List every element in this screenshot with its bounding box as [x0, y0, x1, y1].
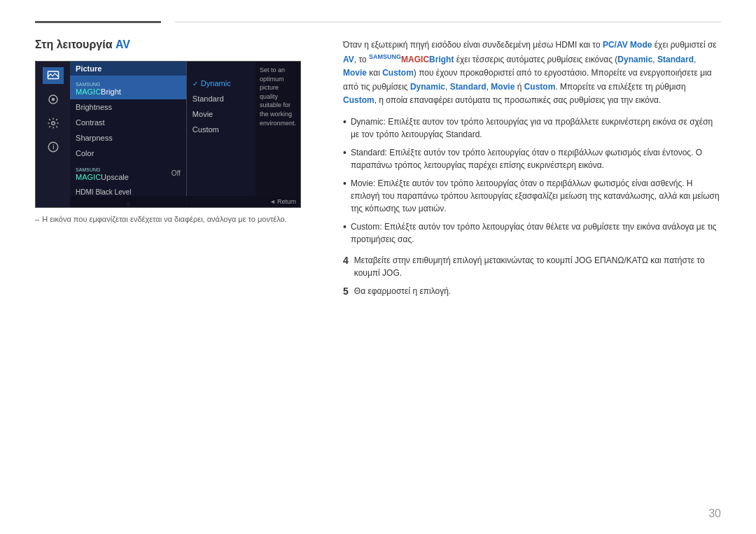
step4-number: 4 — [343, 254, 349, 268]
bullet-dynamic-text: : Επιλέξτε αυτον τον τρόπο λειτουργίας γ… — [351, 117, 713, 139]
osd-main-panel: Picture SAMSUNG MAGICBright Brightness C… — [70, 62, 187, 207]
osd-icon-picture — [43, 67, 64, 84]
svg-text:i: i — [52, 144, 54, 150]
osd-item-contrast: Contrast — [70, 115, 186, 130]
bullet-custom-text: : Επιλέξτε αυτόν τον τρόπο λειτουργίας ό… — [351, 222, 717, 244]
step-5: 5 Θα εφαρμοστεί η επιλογή. — [343, 285, 721, 299]
osd-bottom-bar: ◄ Return — [71, 196, 300, 207]
osd-return-label: ◄ Return — [270, 198, 296, 205]
osd-sub-dynamic: ✓ Dynamic — [187, 76, 255, 91]
osd-item-brightness: Brightness — [70, 99, 186, 115]
osd-sub-custom: Custom — [187, 122, 255, 137]
osd-item-color: Color — [70, 146, 186, 161]
osd-sub-standard: Standard — [187, 91, 255, 106]
section-title-highlight: AV — [115, 38, 130, 50]
monitor-screenshot: i Picture SAMSUNG MAGICBright — [35, 61, 301, 208]
bullet-item-dynamic: • Dynamic: Επιλέξτε αυτον τον τρόπο λειτ… — [343, 115, 721, 141]
pcav-mode-label: PC/AV Mode — [603, 40, 652, 50]
section-title: Στη λειτουργία AV — [35, 38, 329, 51]
footnote-text: Η εικόνα που εμφανίζεται ενδέχεται να δι… — [42, 215, 287, 223]
osd-icon-settings — [43, 115, 64, 132]
osd-panel-header: Picture — [70, 62, 186, 76]
osd-item-magicbright: SAMSUNG MAGICBright — [70, 76, 186, 99]
footnote: – Η εικόνα που εμφανίζεται ενδέχεται να … — [35, 215, 329, 223]
right-column: Όταν η εξωτερική πηγή εισόδου είναι συνδ… — [343, 38, 721, 304]
return-arrow-icon: ◄ — [270, 198, 276, 205]
svg-point-2 — [51, 98, 55, 101]
section-title-prefix: Στη λειτουργία — [35, 38, 115, 50]
osd-description-panel: Set to an optimum picture quality suitab… — [255, 62, 300, 207]
step5-number: 5 — [343, 285, 349, 299]
upscale-value: Off — [172, 169, 181, 177]
osd-description-text: Set to an optimum picture quality suitab… — [260, 66, 296, 127]
bullet-item-movie: • Movie: Επιλέξτε αυτόν τον τρόπο λειτου… — [343, 177, 721, 215]
osd-sub-movie: Movie — [187, 106, 255, 122]
svg-point-3 — [51, 122, 55, 125]
osd-sub-panel: ✓ Dynamic Standard Movie Custom — [187, 62, 255, 207]
bullet-item-custom: • Custom: Επιλέξτε αυτόν τον τρόπο λειτο… — [343, 220, 721, 246]
step5-text: Θα εφαρμοστεί η επιλογή. — [354, 285, 451, 297]
osd-menu: i Picture SAMSUNG MAGICBright — [36, 62, 300, 207]
osd-icon-bar: i — [36, 62, 70, 207]
osd-item-magicupscale: SAMSUNG MAGICUpscale Off — [70, 161, 186, 185]
bullet-movie-text: : Επιλέξτε αυτόν τον τρόπο λειτουργίας ό… — [351, 178, 720, 213]
page-number: 30 — [708, 507, 721, 520]
osd-panel-title: Picture — [76, 64, 102, 73]
step-4: 4 Μεταβείτε στην επιθυμητή επιλογή μετακ… — [343, 254, 721, 279]
bullet-list: • Dynamic: Επιλέξτε αυτον τον τρόπο λειτ… — [343, 115, 721, 246]
left-column: Στη λειτουργία AV i — [35, 38, 329, 223]
magic-bright-label: SAMSUNGMAGICBright — [369, 55, 454, 64]
samsung-label-small: SAMSUNG — [76, 82, 100, 87]
osd-icon-info: i — [43, 139, 64, 155]
osd-icon-sound — [43, 91, 64, 108]
av-label: AV — [343, 55, 354, 64]
osd-item-sharpness: Sharpness — [70, 130, 186, 146]
bullet-item-standard: • Standard: Επιλέξτε αυτόν τον τρόπο λει… — [343, 146, 721, 171]
intro-paragraph: Όταν η εξωτερική πηγή εισόδου είναι συνδ… — [343, 38, 721, 107]
step4-text: Μεταβείτε στην επιθυμητή επιλογή μετακιν… — [354, 254, 721, 279]
bullet-standard-text: : Επιλέξτε αυτόν τον τρόπο λειτουργίας ό… — [351, 148, 702, 170]
